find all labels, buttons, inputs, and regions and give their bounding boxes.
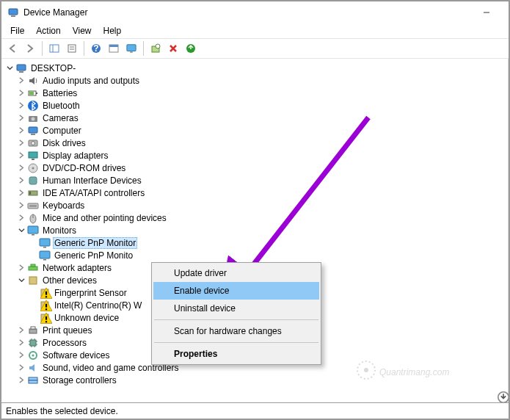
update-driver-button[interactable]	[183, 40, 199, 57]
warning-badge	[40, 313, 52, 325]
menu-item-update-driver[interactable]: Update driver	[153, 264, 319, 282]
expand-icon[interactable]	[16, 175, 26, 187]
expand-icon[interactable]	[16, 262, 26, 274]
context-menu: Update driverEnable deviceUninstall devi…	[151, 262, 321, 365]
tree-item-label: Cameras	[41, 113, 80, 123]
expand-icon[interactable]	[16, 337, 26, 349]
tree-item-label: Network adapters	[41, 263, 113, 273]
cpu-icon	[26, 337, 40, 349]
ide-icon	[26, 187, 40, 199]
minimize-button[interactable]	[470, 2, 503, 23]
audio-icon	[26, 75, 40, 87]
tree-item[interactable]: Cameras	[4, 112, 508, 124]
tree-item-label: Keyboards	[41, 200, 86, 211]
tree-item[interactable]: Keyboards	[4, 199, 508, 211]
tree-item[interactable]: Mice and other pointing devices	[4, 211, 508, 224]
tree-item-label: Fingerprint Sensor	[53, 288, 128, 298]
svg-rect-37	[50, 45, 59, 52]
printer-icon	[26, 325, 40, 336]
tree-item[interactable]: IDE ATA/ATAPI controllers	[4, 187, 508, 199]
collapse-icon[interactable]	[16, 275, 26, 286]
show-hide-tree-button[interactable]	[46, 40, 62, 57]
tree-item[interactable]: Computer	[4, 124, 508, 137]
app-icon	[7, 7, 19, 18]
warning-badge	[40, 300, 52, 312]
expand-icon[interactable]	[16, 325, 26, 336]
camera-icon	[26, 112, 40, 124]
help-button[interactable]: ?	[88, 40, 104, 57]
expand-icon[interactable]	[16, 187, 26, 199]
device-manager-window: Device Manager File Action View Help ? D…	[0, 0, 510, 420]
expand-icon[interactable]	[16, 87, 26, 99]
scan-hardware-button[interactable]	[147, 40, 164, 57]
monitor-icon	[26, 225, 40, 236]
menu-separator	[154, 342, 318, 343]
status-text: Enables the selected device.	[6, 406, 118, 416]
hid-icon	[26, 175, 40, 187]
svg-point-47	[156, 44, 160, 48]
expand-icon[interactable]	[16, 362, 26, 374]
toolbar-separator	[42, 41, 43, 56]
window-title: Device Manager	[23, 7, 470, 18]
expand-icon[interactable]	[16, 100, 26, 112]
computer-icon	[15, 62, 28, 74]
tree-item[interactable]: Audio inputs and outputs	[4, 74, 508, 87]
uninstall-button[interactable]	[165, 40, 181, 57]
menu-item-scan-for-hardware-changes[interactable]: Scan for hardware changes	[153, 322, 319, 340]
collapse-icon[interactable]	[16, 225, 26, 236]
forward-button[interactable]	[22, 40, 38, 57]
tree-item[interactable]: Monitors	[4, 224, 508, 236]
expand-icon[interactable]	[16, 125, 26, 137]
properties-button[interactable]	[64, 40, 80, 57]
tree-item-label: Human Interface Devices	[41, 175, 143, 186]
tree-item-label: DESKTOP-	[29, 63, 77, 73]
mouse-icon	[26, 212, 40, 224]
tree-item-label: Intel(R) Centrino(R) W	[53, 300, 143, 311]
tree-item-label: Other devices	[41, 275, 98, 286]
menu-file[interactable]: File	[4, 24, 30, 37]
tree-item-label: IDE ATA/ATAPI controllers	[41, 188, 146, 198]
expand-icon[interactable]	[16, 162, 26, 174]
menu-item-properties[interactable]: Properties	[153, 345, 319, 363]
console-tree-button[interactable]	[106, 40, 122, 57]
tree-item-label: Storage controllers	[41, 375, 118, 385]
bluetooth-icon	[26, 100, 40, 112]
tree-item[interactable]: Batteries	[4, 87, 508, 99]
expand-icon[interactable]	[16, 200, 26, 211]
tree-item-label: Processors	[41, 338, 88, 348]
tree-item[interactable]: Storage controllers	[4, 374, 508, 386]
monitor-icon	[38, 237, 51, 249]
tree-item[interactable]: DVD/CD-ROM drives	[4, 162, 508, 174]
back-button[interactable]	[4, 40, 21, 57]
expand-icon[interactable]	[16, 350, 26, 361]
menu-item-uninstall-device[interactable]: Uninstall device	[153, 300, 319, 317]
expand-icon[interactable]	[16, 212, 26, 224]
expand-icon[interactable]	[16, 112, 26, 124]
menu-item-enable-device[interactable]: Enable device	[153, 282, 319, 300]
computer-icon	[26, 125, 40, 137]
display-icon	[26, 150, 40, 162]
remote-button[interactable]	[123, 40, 139, 57]
status-bar: Enables the selected device.	[1, 402, 509, 419]
collapse-icon[interactable]	[4, 62, 15, 74]
tree-item[interactable]: Display adapters	[4, 149, 508, 162]
tree-item[interactable]: Bluetooth	[4, 99, 508, 112]
tree-item[interactable]: Disk drives	[4, 137, 508, 149]
tree-item[interactable]: Generic PnP Monito	[4, 249, 508, 261]
menu-view[interactable]: View	[67, 24, 98, 37]
tree-item[interactable]: DESKTOP-	[4, 62, 508, 74]
menu-help[interactable]: Help	[98, 24, 128, 37]
tree-item[interactable]: Generic PnP Monitor	[4, 236, 508, 249]
expand-icon[interactable]	[16, 137, 26, 149]
expand-icon[interactable]	[16, 150, 26, 162]
svg-rect-45	[109, 45, 118, 47]
tree-item-label: Unknown device	[53, 313, 120, 323]
other-icon	[38, 287, 51, 299]
tree-item[interactable]: Human Interface Devices	[4, 174, 508, 187]
menu-action[interactable]: Action	[30, 24, 66, 37]
expand-icon[interactable]	[16, 374, 26, 386]
monitor-icon	[38, 250, 51, 261]
expand-icon[interactable]	[16, 75, 26, 87]
toolbar: ?	[1, 38, 509, 59]
tree-item-label: Monitors	[41, 225, 78, 236]
